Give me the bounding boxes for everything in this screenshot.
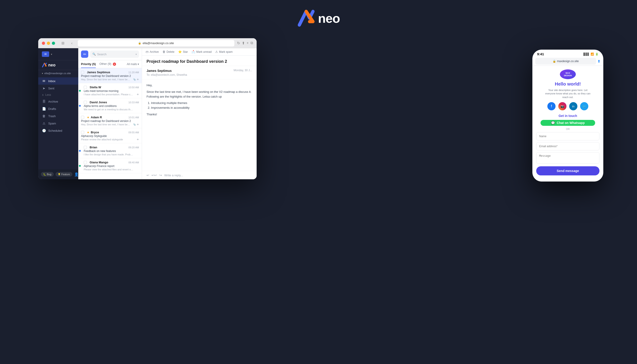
- email-checkbox-2[interactable]: [84, 101, 87, 104]
- address-bar[interactable]: 🔒 ella@maxdesign.co.site: [78, 40, 234, 46]
- twitter-icon[interactable]: 🐦: [580, 102, 588, 110]
- whatsapp-label: Chat on Whatsapp: [557, 121, 585, 125]
- less-chevron: ∧: [42, 93, 44, 96]
- share-button[interactable]: ⬆: [242, 41, 245, 45]
- site-description: Your site description goes here. Let eve…: [543, 88, 593, 99]
- back-button[interactable]: ‹: [69, 40, 75, 46]
- message-input[interactable]: [536, 152, 600, 164]
- bug-tab[interactable]: 🐛 Bug: [41, 172, 54, 176]
- account-section[interactable]: ▾ ella@maxdesign.co.site: [38, 70, 78, 76]
- linkedin-icon[interactable]: in: [569, 102, 578, 110]
- neo-brand-name: neo: [318, 11, 340, 26]
- email-meta: James Septimus Monday, 30 J... To: ella@…: [142, 66, 256, 80]
- email-actions-bar: 🗃 Archive 🗑 Delete ⭐ Star 📩 Mark unread …: [142, 48, 256, 56]
- archive-icon: 🗄: [42, 100, 46, 103]
- facebook-icon[interactable]: f: [547, 102, 556, 110]
- sidebar-item-drafts[interactable]: 📄 Drafts: [38, 105, 78, 112]
- email-item-2[interactable]: David Jones 10:33 AM Alpha terms and con…: [78, 98, 142, 113]
- sidebar-item-spam[interactable]: ⚠ Spam: [38, 120, 78, 127]
- instagram-icon[interactable]: 📷: [558, 102, 566, 110]
- or-divider: OR: [566, 128, 570, 130]
- mark-unread-button[interactable]: 📩 Mark unread: [192, 50, 212, 54]
- sidebar-item-scheduled[interactable]: 🕐 Scheduled: [38, 127, 78, 134]
- hello-world-heading: Hello world!: [555, 82, 581, 87]
- tab-other[interactable]: Other (9) ●: [100, 60, 116, 68]
- other-badge: ●: [113, 62, 116, 66]
- all-mails-filter[interactable]: All mails ▾: [127, 62, 139, 66]
- trash-icon: 🗑: [42, 114, 46, 118]
- unread-dot-2: [79, 105, 81, 107]
- feature-tab[interactable]: 💡 Feature: [56, 172, 72, 176]
- email-item-1[interactable]: Stella W 10:50 AM Lets meet tomorrow mor…: [78, 83, 142, 98]
- filter-chevron: ▾: [138, 62, 139, 66]
- email-item-0[interactable]: James Septimus 11:20 AM Project roadmap …: [78, 68, 142, 83]
- site-logo-text: MAXDESIGN: [564, 72, 572, 77]
- archive-button[interactable]: 🗃 Archive: [146, 50, 159, 54]
- email-checkbox-1[interactable]: [84, 86, 87, 89]
- phone-share-button[interactable]: ⬆: [598, 59, 600, 64]
- email-item-6[interactable]: Giana Mango 08:40 AM Alphacorp Finance r…: [78, 158, 142, 173]
- close-dot[interactable]: [42, 42, 45, 45]
- email-item-5[interactable]: Brian 09:20 AM Feedback on new features …: [78, 143, 142, 158]
- sidebar-label-less: Less: [45, 93, 51, 96]
- star-icon-3: ★: [87, 116, 90, 119]
- mark-spam-button[interactable]: ⚠ Mark spam: [215, 50, 232, 54]
- all-mails-label: All mails: [127, 62, 137, 66]
- search-box[interactable]: 🔍 Search ▾: [90, 50, 139, 58]
- email-subject-1: Lets meet tomorrow morning: [81, 90, 139, 92]
- sidebar-header: ✉ ▾: [38, 48, 78, 60]
- name-input[interactable]: [536, 132, 600, 140]
- sidebar-label-inbox: Inbox: [48, 80, 56, 83]
- mark-unread-icon: 📩: [192, 50, 195, 54]
- sent-icon: ➤: [42, 86, 46, 90]
- sidebar-item-sent[interactable]: ➤ Sent: [38, 85, 78, 92]
- forward-icon[interactable]: ↪: [159, 173, 162, 177]
- email-checkbox-6[interactable]: [84, 161, 87, 164]
- email-time-1: 10:50 AM: [128, 86, 139, 89]
- star-icon-4: ★: [87, 131, 90, 134]
- user-tab[interactable]: 👤: [74, 172, 79, 176]
- sidebar-item-trash[interactable]: 🗑 Trash: [38, 112, 78, 120]
- search-chevron: ▾: [136, 53, 137, 56]
- delete-label: Delete: [166, 50, 174, 54]
- email-preview-5: I like the design that you have made. Pr…: [84, 153, 134, 156]
- sidebar-less-toggle[interactable]: ∧ Less: [38, 92, 78, 98]
- email-body-thanks: Thanks!: [146, 112, 252, 117]
- email-item-4[interactable]: ★ Bryce 09:55 AM Alphacorp Styleguide Pl…: [78, 128, 142, 143]
- email-subject-3: Project roadmap for Dashboard version 2: [81, 120, 139, 122]
- compose-button[interactable]: ✏: [81, 50, 88, 58]
- email-item-3[interactable]: ★ Adam R 10:01 AM Project roadmap for Da…: [78, 113, 142, 128]
- sidebar-item-inbox[interactable]: ✉ Inbox: [38, 77, 78, 85]
- tab-priority[interactable]: Priority (5): [81, 60, 96, 68]
- mark-unread-label: Mark unread: [196, 50, 212, 54]
- email-checkbox-4[interactable]: [81, 131, 84, 134]
- sidebar-item-archive[interactable]: 🗄 Archive: [38, 98, 78, 105]
- windows-button[interactable]: ⧉: [250, 41, 253, 45]
- maximize-dot[interactable]: [52, 42, 55, 45]
- refresh-button[interactable]: ↻: [237, 41, 240, 45]
- reply-icon[interactable]: ↩: [146, 173, 149, 177]
- email-checkbox-0[interactable]: [81, 71, 84, 74]
- email-list: James Septimus 11:20 AM Project roadmap …: [78, 68, 142, 179]
- send-button[interactable]: Send message: [536, 166, 600, 176]
- email-input[interactable]: [536, 142, 600, 150]
- minimize-dot[interactable]: [47, 42, 50, 45]
- email-icons-0: 📎 👁: [133, 78, 139, 81]
- phone-content: MAXDESIGN Hello world! Your site descrip…: [532, 66, 603, 179]
- email-checkbox-3[interactable]: [81, 116, 84, 119]
- reply-all-icon[interactable]: ↩↩: [152, 173, 157, 177]
- neo-logo: neo: [297, 9, 340, 27]
- grid-button[interactable]: ⊞: [60, 40, 66, 46]
- new-tab-button[interactable]: +: [246, 41, 249, 45]
- delete-button[interactable]: 🗑 Delete: [162, 50, 174, 54]
- get-in-touch-heading: Get in touch: [558, 114, 577, 118]
- sidebar-label-archive: Archive: [48, 100, 58, 103]
- email-time-2: 10:33 AM: [128, 101, 139, 104]
- email-sender-4: Bryce: [91, 130, 99, 134]
- feature-label: Feature: [62, 173, 70, 176]
- email-tabs: Priority (5) Other (9) ● All mails ▾: [78, 60, 142, 68]
- whatsapp-button[interactable]: 💬 Chat on Whatsapp: [540, 120, 595, 126]
- email-checkbox-5[interactable]: [84, 146, 87, 149]
- phone-url-bar[interactable]: 🔒 maxdesign.co.site: [535, 58, 596, 64]
- star-button[interactable]: ⭐ Star: [178, 50, 188, 54]
